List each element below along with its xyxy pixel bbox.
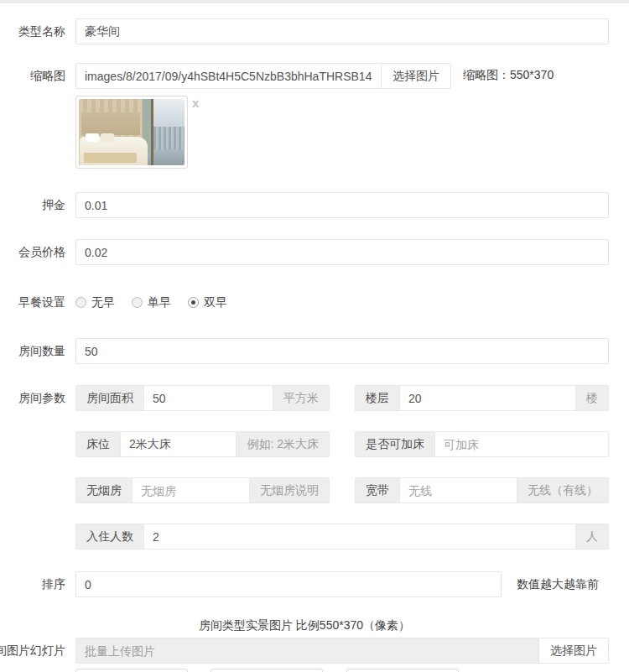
- room-params-row: 无烟房 无烟房说明 宽带 无线（有线）: [75, 477, 609, 503]
- floor-append: 楼: [576, 385, 609, 411]
- extra-bed-group: 是否可加床: [355, 431, 609, 457]
- floor-input[interactable]: [399, 385, 576, 411]
- type-name-label: 类型名称: [0, 18, 75, 44]
- broadband-group: 宽带 无线（有线）: [355, 477, 609, 503]
- thumbnail-controls: 选择图片 缩略图：550*370: [75, 63, 609, 89]
- area-group: 房间面积 平方米: [75, 385, 330, 411]
- room-photo: [79, 99, 185, 165]
- breakfast-options: 无早 单早 双早: [75, 289, 244, 315]
- broadband-append: 无线（有线）: [517, 477, 609, 503]
- form-row-thumbnail-preview: x: [0, 96, 609, 169]
- form-row-deposit: 押金: [0, 192, 609, 218]
- slideshow-image-3[interactable]: [346, 669, 459, 672]
- radio-icon[interactable]: [188, 297, 199, 308]
- sort-label: 排序: [0, 571, 75, 597]
- room-params-row: 床位 例如: 2米大床 是否可加床: [75, 431, 609, 457]
- photo-headboard: [81, 112, 141, 135]
- form-row-breakfast: 早餐设置 无早 单早 双早: [0, 289, 609, 315]
- room-type-form: 类型名称 缩略图 选择图片 缩略图：550*370: [0, 3, 629, 672]
- no-smoking-group: 无烟房 无烟房说明: [75, 477, 330, 503]
- no-smoking-append: 无烟房说明: [250, 477, 330, 503]
- photo-pillow: [86, 133, 99, 141]
- sort-note: 数值越大越靠前: [517, 571, 599, 597]
- type-name-input[interactable]: [75, 18, 609, 44]
- form-row-slideshow: 房间图片幻灯片 选择图片: [0, 638, 609, 664]
- thumbnail-size-hint: 缩略图：550*370: [463, 63, 554, 87]
- breakfast-option-none[interactable]: 无早: [75, 289, 115, 315]
- breakfast-label: 早餐设置: [0, 289, 75, 315]
- area-append: 平方米: [273, 385, 330, 411]
- slideshow-item: x: [346, 669, 470, 672]
- area-input[interactable]: [143, 385, 273, 411]
- form-row-slideshow-previews: x x x: [0, 669, 609, 672]
- member-price-label: 会员价格: [0, 239, 75, 265]
- extra-bed-prepend: 是否可加床: [355, 431, 434, 457]
- form-row-sort: 排序 数值越大越靠前: [0, 571, 609, 597]
- area-prepend: 房间面积: [75, 385, 143, 411]
- bed-input[interactable]: [120, 431, 237, 457]
- no-smoking-prepend: 无烟房: [75, 477, 132, 503]
- deposit-input[interactable]: [75, 192, 609, 218]
- room-params-row: 房间面积 平方米 楼层 楼: [75, 385, 609, 411]
- photo-window-frame: [151, 99, 153, 165]
- breakfast-option-single[interactable]: 单早: [132, 289, 171, 315]
- broadband-prepend: 宽带: [355, 477, 399, 503]
- radio-icon[interactable]: [75, 297, 86, 308]
- gallery-section-title: 房间类型实景图片 比例550*370（像素）: [0, 617, 609, 633]
- remove-thumbnail-icon[interactable]: x: [192, 96, 199, 109]
- member-price-input[interactable]: [75, 239, 609, 265]
- slideshow-previews: x x x: [75, 669, 481, 672]
- occupancy-group: 入住人数 人: [75, 524, 609, 550]
- thumbnail-label: 缩略图: [0, 63, 75, 89]
- extra-bed-input[interactable]: [434, 431, 609, 457]
- broadband-input[interactable]: [399, 477, 517, 503]
- form-row-room-count: 房间数量: [0, 338, 609, 364]
- occupancy-input[interactable]: [143, 524, 576, 550]
- occupancy-prepend: 入住人数: [75, 524, 143, 550]
- room-params-row: 入住人数 人: [75, 524, 609, 550]
- radio-label: 单早: [148, 289, 171, 315]
- thumbnail-preview: x: [75, 96, 199, 169]
- deposit-label: 押金: [0, 192, 75, 218]
- form-row-room-params: 房间参数 房间面积 平方米 楼层 楼 床位 例如: 2米大床: [0, 385, 609, 550]
- room-count-label: 房间数量: [0, 338, 75, 364]
- bed-append: 例如: 2米大床: [237, 431, 330, 457]
- room-params-grid: 房间面积 平方米 楼层 楼 床位 例如: 2米大床 是否可加床: [75, 385, 609, 550]
- slideshow-image-1[interactable]: [75, 669, 188, 672]
- slideshow-item: x: [75, 669, 199, 672]
- room-params-label: 房间参数: [0, 385, 75, 411]
- slideshow-item: x: [211, 669, 334, 672]
- slideshow-choose-button[interactable]: 选择图片: [538, 638, 609, 664]
- room-count-input[interactable]: [75, 338, 609, 364]
- photo-city-view: [153, 127, 185, 149]
- slideshow-image-2[interactable]: [211, 669, 323, 672]
- breakfast-option-double[interactable]: 双早: [188, 289, 227, 315]
- thumbnail-path-input[interactable]: [75, 63, 382, 89]
- radio-label: 双早: [204, 289, 227, 315]
- radio-label: 无早: [91, 289, 115, 315]
- thumbnail-choose-button[interactable]: 选择图片: [381, 63, 451, 89]
- occupancy-append: 人: [576, 524, 609, 550]
- bed-group: 床位 例如: 2米大床: [75, 431, 330, 457]
- form-row-type-name: 类型名称: [0, 18, 609, 44]
- photo-blanket: [84, 153, 137, 163]
- sort-input[interactable]: [75, 571, 502, 597]
- no-smoking-input[interactable]: [132, 477, 250, 503]
- batch-upload-input[interactable]: [75, 638, 539, 664]
- radio-icon[interactable]: [132, 297, 143, 308]
- slideshow-label: 房间图片幻灯片: [0, 638, 75, 664]
- slideshow-controls: 选择图片: [75, 638, 609, 664]
- floor-group: 楼层 楼: [355, 385, 609, 411]
- floor-prepend: 楼层: [355, 385, 399, 411]
- bed-prepend: 床位: [75, 431, 120, 457]
- form-row-thumbnail: 缩略图 选择图片 缩略图：550*370: [0, 63, 609, 89]
- form-row-member-price: 会员价格: [0, 239, 609, 265]
- thumbnail-image[interactable]: [75, 96, 188, 169]
